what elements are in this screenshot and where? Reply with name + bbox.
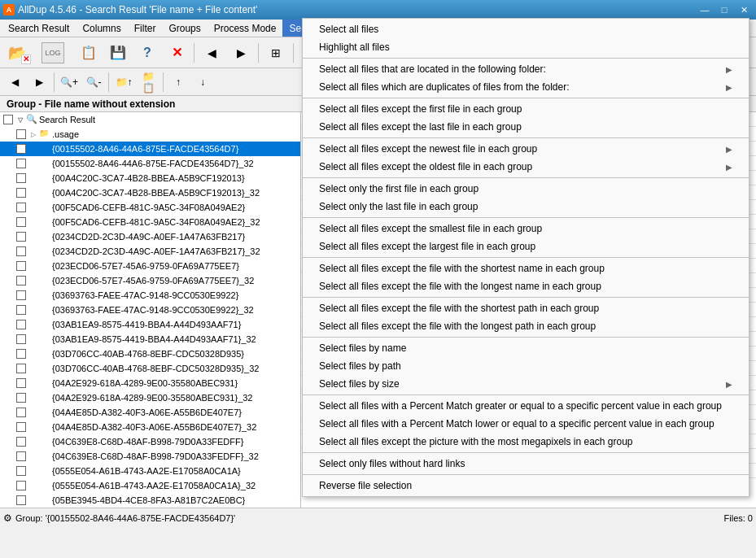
dropdown-item-select-in-folder[interactable]: Select all files that are located in the…: [303, 60, 749, 78]
dropdown-item-select-except-shortest-path[interactable]: Select all files except the file with th…: [303, 299, 749, 317]
dropdown-separator: [303, 257, 749, 258]
dropdown-item-select-by-size[interactable]: Select files by size▶: [303, 375, 749, 393]
submenu-arrow-icon: ▶: [726, 163, 732, 172]
dropdown-item-select-only-last[interactable]: Select only the last file in each group: [303, 198, 749, 216]
dropdown-item-label: Select all files except the file with th…: [319, 303, 599, 314]
dropdown-item-label: Select only the last file in each group: [319, 201, 478, 212]
dropdown-separator: [303, 217, 749, 218]
dropdown-item-label: Select all files except the smallest fil…: [319, 223, 542, 234]
submenu-arrow-icon: ▶: [726, 145, 732, 154]
dropdown-item-label: Select all files except the largest file…: [319, 241, 535, 252]
dropdown-item-select-except-newest[interactable]: Select all files except the newest file …: [303, 140, 749, 158]
dropdown-item-select-without-hard-links[interactable]: Select only files without hard links: [303, 455, 749, 473]
dropdown-item-label: Select all files that are located in the…: [319, 63, 546, 75]
dropdown-item-label: Reverse file selection: [319, 480, 412, 491]
dropdown-item-label: Select all files with a Percent Match lo…: [319, 418, 714, 429]
dropdown-item-label: Select files by size: [319, 378, 400, 390]
dropdown-item-label: Select all files except the newest file …: [319, 143, 537, 155]
dropdown-item-select-except-first[interactable]: Select all files except the first file i…: [303, 100, 749, 118]
dropdown-overlay[interactable]: Select all filesHighlight all filesSelec…: [0, 0, 756, 558]
dropdown-separator: [303, 297, 749, 298]
dropdown-item-select-except-oldest[interactable]: Select all files except the oldest file …: [303, 158, 749, 176]
dropdown-item-label: Select all files except the first file i…: [319, 103, 522, 115]
submenu-arrow-icon: ▶: [726, 380, 732, 389]
dropdown-item-label: Select only files without hard links: [319, 458, 465, 469]
dropdown-item-select-only-first[interactable]: Select only the first file in each group: [303, 180, 749, 198]
submenu-arrow-icon: ▶: [726, 65, 732, 74]
dropdown-separator: [303, 452, 749, 453]
dropdown-item-label: Select all files except the picture with…: [319, 436, 633, 447]
dropdown-item-select-all-files[interactable]: Select all files: [303, 20, 749, 38]
dropdown-item-label: Select all files which are duplicates of…: [319, 81, 569, 93]
dropdown-item-select-by-path[interactable]: Select files by path: [303, 357, 749, 375]
dropdown-separator: [303, 137, 749, 138]
select-dropdown: Select all filesHighlight all filesSelec…: [302, 18, 749, 497]
dropdown-separator: [303, 337, 749, 338]
dropdown-separator: [303, 395, 749, 395]
dropdown-item-label: Select all files: [319, 24, 378, 35]
dropdown-item-select-except-last[interactable]: Select all files except the last file in…: [303, 118, 749, 136]
dropdown-item-select-except-shortest-name[interactable]: Select all files except the file with th…: [303, 259, 749, 277]
dropdown-item-reverse-selection[interactable]: Reverse file selection: [303, 477, 749, 495]
dropdown-item-select-percent-greater[interactable]: Select all files with a Percent Match gr…: [303, 397, 749, 415]
dropdown-item-select-except-largest[interactable]: Select all files except the largest file…: [303, 238, 749, 255]
dropdown-item-label: Select all files except the file with th…: [319, 320, 596, 332]
dropdown-separator: [303, 58, 749, 59]
dropdown-item-select-except-smallest[interactable]: Select all files except the smallest fil…: [303, 220, 749, 238]
dropdown-item-highlight-all-files[interactable]: Highlight all files: [303, 38, 749, 56]
dropdown-item-label: Highlight all files: [319, 41, 390, 53]
dropdown-item-label: Select all files except the file with th…: [319, 263, 605, 274]
dropdown-item-label: Select all files with a Percent Match gr…: [319, 400, 722, 412]
dropdown-item-select-except-longest-path[interactable]: Select all files except the file with th…: [303, 317, 749, 335]
dropdown-separator: [303, 177, 749, 178]
dropdown-item-select-except-most-megapixels[interactable]: Select all files except the picture with…: [303, 433, 749, 451]
dropdown-item-label: Select all files except the last file in…: [319, 121, 522, 133]
dropdown-item-select-by-name[interactable]: Select files by name: [303, 339, 749, 357]
dropdown-item-select-duplicates-of[interactable]: Select all files which are duplicates of…: [303, 78, 749, 96]
dropdown-item-label: Select all files except the oldest file …: [319, 161, 532, 172]
dropdown-separator: [303, 98, 749, 98]
dropdown-item-select-percent-lower[interactable]: Select all files with a Percent Match lo…: [303, 415, 749, 433]
dropdown-item-label: Select files by name: [319, 342, 406, 354]
dropdown-item-label: Select files by path: [319, 360, 401, 372]
dropdown-separator: [303, 474, 749, 475]
dropdown-item-label: Select only the first file in each group: [319, 183, 479, 194]
dropdown-item-label: Select all files except the file with th…: [319, 281, 601, 292]
submenu-arrow-icon: ▶: [726, 83, 732, 92]
dropdown-item-select-except-longest-name[interactable]: Select all files except the file with th…: [303, 277, 749, 295]
